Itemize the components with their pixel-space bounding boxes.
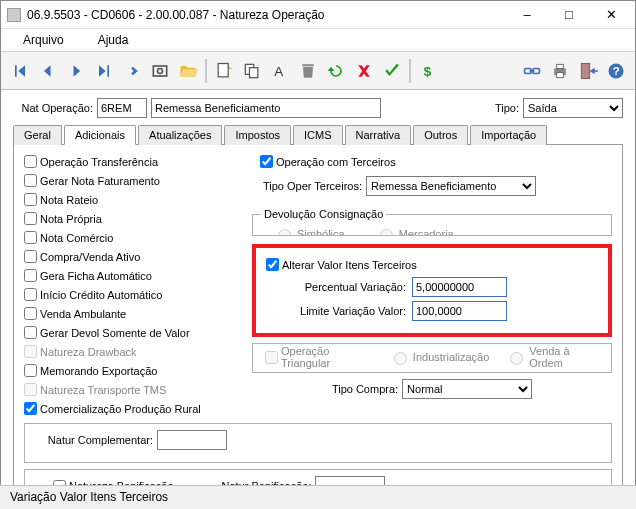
chk-compra-venda-ativo[interactable]: Compra/Venda Ativo: [24, 248, 244, 265]
chk-nota-propria[interactable]: Nota Própria: [24, 210, 244, 227]
confirm-icon[interactable]: [379, 58, 405, 84]
perc-variacao-input[interactable]: [412, 277, 507, 297]
link-icon[interactable]: [519, 58, 545, 84]
window-title: 06.9.5503 - CD0606 - 2.00.00.087 - Natur…: [27, 8, 325, 22]
chk-gerar-nota-fat[interactable]: Gerar Nota Faturamento: [24, 172, 244, 189]
svg-rect-12: [557, 72, 564, 77]
chk-nota-rateio[interactable]: Nota Rateio: [24, 191, 244, 208]
nav-prev-icon[interactable]: [35, 58, 61, 84]
chk-memorando-export[interactable]: Memorando Exportação: [24, 362, 244, 379]
chk-nota-comercio[interactable]: Nota Comércio: [24, 229, 244, 246]
tipo-compra-select[interactable]: Normal: [402, 379, 532, 399]
tab-adicionais[interactable]: Adicionais: [64, 125, 136, 145]
status-text: Variação Valor Itens Terceiros: [10, 490, 168, 504]
tab-impostos[interactable]: Impostos: [224, 125, 291, 145]
nav-first-icon[interactable]: [7, 58, 33, 84]
svg-rect-2: [218, 63, 228, 76]
radio-mercadoria: Mercadoria: [375, 226, 454, 236]
delete-icon[interactable]: [295, 58, 321, 84]
svg-rect-4: [250, 67, 258, 77]
tab-atualizacoes[interactable]: Atualizações: [138, 125, 222, 145]
nat-code-input[interactable]: [97, 98, 147, 118]
tipo-select[interactable]: Saída: [523, 98, 623, 118]
folder-icon[interactable]: [175, 58, 201, 84]
chk-comerc-prod-rural[interactable]: Comercialização Produção Rural: [24, 400, 244, 417]
new-icon[interactable]: [211, 58, 237, 84]
app-icon: [7, 8, 21, 22]
goto-icon[interactable]: [119, 58, 145, 84]
chk-natureza-drawback: Natureza Drawback: [24, 343, 244, 360]
chk-gerar-devol-valor[interactable]: Gerar Devol Somente de Valor: [24, 324, 244, 341]
cancel-icon[interactable]: [351, 58, 377, 84]
copy-icon[interactable]: [239, 58, 265, 84]
tab-narrativa[interactable]: Narrativa: [345, 125, 412, 145]
radio-venda-ordem: Venda à Ordem: [505, 345, 599, 369]
chk-inicio-credito-auto[interactable]: Início Crédito Automático: [24, 286, 244, 303]
perc-variacao-label: Percentual Variação:: [266, 281, 406, 293]
svg-point-1: [158, 68, 163, 73]
nav-last-icon[interactable]: [91, 58, 117, 84]
svg-rect-13: [581, 63, 589, 78]
chk-op-transferencia[interactable]: Operação Transferência: [24, 153, 244, 170]
radio-industrializacao: Industrialização: [389, 349, 489, 365]
status-bar: Variação Valor Itens Terceiros: [0, 485, 636, 509]
chk-venda-ambulante[interactable]: Venda Ambulante: [24, 305, 244, 322]
svg-text:A: A: [274, 64, 283, 79]
nat-desc-input[interactable]: [151, 98, 381, 118]
menu-file[interactable]: Arquivo: [7, 31, 80, 49]
nav-next-icon[interactable]: [63, 58, 89, 84]
print-icon[interactable]: [547, 58, 573, 84]
tipo-label: Tipo:: [495, 102, 519, 114]
close-button[interactable]: ✕: [591, 3, 631, 27]
nat-compl-label: Natur Complementar:: [33, 434, 153, 446]
radio-simbolica: Simbólica: [273, 226, 345, 236]
svg-rect-9: [530, 70, 535, 72]
lim-variacao-label: Limite Variação Valor:: [266, 305, 406, 317]
chk-operacao-triangular: Operação Triangular: [265, 349, 373, 366]
nat-operacao-label: Nat Operação:: [13, 102, 93, 114]
undo-icon[interactable]: [323, 58, 349, 84]
svg-text:?: ?: [613, 64, 620, 77]
tab-outros[interactable]: Outros: [413, 125, 468, 145]
svg-rect-11: [557, 64, 564, 68]
chk-operacao-terceiros[interactable]: Operação com Terceiros: [260, 153, 612, 170]
minimize-button[interactable]: –: [507, 3, 547, 27]
tab-geral[interactable]: Geral: [13, 125, 62, 145]
exit-icon[interactable]: [575, 58, 601, 84]
alterar-valor-highlight: Alterar Valor Itens Terceiros Percentual…: [252, 244, 612, 337]
svg-rect-0: [153, 66, 166, 76]
svg-text:$: $: [424, 64, 432, 79]
menu-help[interactable]: Ajuda: [82, 31, 145, 49]
operacao-triangular-group: Operação Triangular Industrialização Ven…: [252, 343, 612, 373]
devolucao-consignacao-group: Devolução Consignação Simbólica Mercador…: [252, 208, 612, 236]
devolucao-legend: Devolução Consignação: [261, 208, 386, 220]
tab-icms[interactable]: ICMS: [293, 125, 343, 145]
maximize-button[interactable]: □: [549, 3, 589, 27]
help-icon[interactable]: ?: [603, 58, 629, 84]
dollar-icon[interactable]: $: [415, 58, 441, 84]
chk-alterar-valor-itens[interactable]: Alterar Valor Itens Terceiros: [266, 256, 598, 273]
font-icon[interactable]: A: [267, 58, 293, 84]
tipo-oper-terc-label: Tipo Oper Terceiros:: [252, 180, 362, 192]
chk-natureza-transporte-tms: Natureza Transporte TMS: [24, 381, 244, 398]
chk-gera-ficha-auto[interactable]: Gera Ficha Automático: [24, 267, 244, 284]
tipo-compra-label: Tipo Compra:: [332, 383, 398, 395]
tipo-oper-terc-select[interactable]: Remessa Beneficiamento: [366, 176, 536, 196]
search-icon[interactable]: [147, 58, 173, 84]
nat-compl-input[interactable]: [157, 430, 227, 450]
lim-variacao-input[interactable]: [412, 301, 507, 321]
tab-importacao[interactable]: Importação: [470, 125, 547, 145]
